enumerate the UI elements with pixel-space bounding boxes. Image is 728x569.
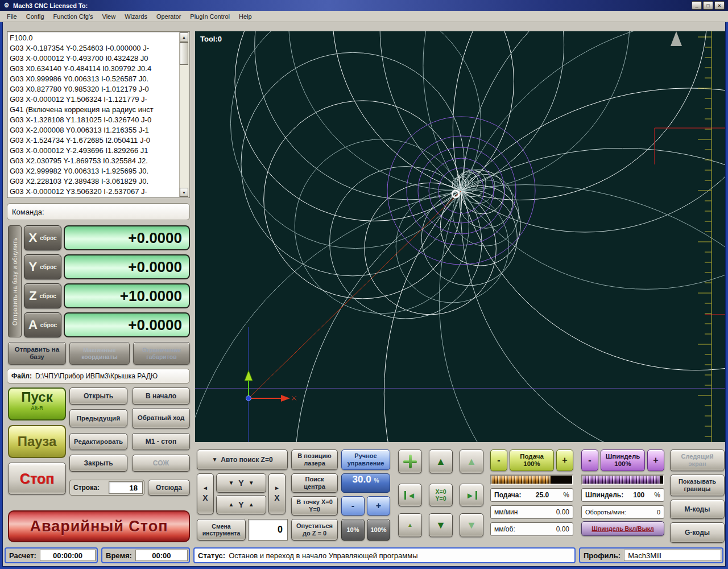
stop-button[interactable]: Стоп [8,463,66,494]
spindle-override-slider[interactable] [581,475,664,485]
cycle-start-button[interactable]: Пуск Alt-R [8,387,66,420]
limit-bar-icon [404,491,406,500]
jog-z-up-fast-button[interactable]: ▲ [429,450,453,473]
maximize-button[interactable]: □ [703,1,713,10]
feed-minus-button[interactable]: - [490,450,507,471]
gcode-listing[interactable]: F100.0G03 X-0.187354 Y-0.254603 I-0.0000… [7,31,190,198]
emergency-stop-button[interactable]: Аварийный Стоп [8,510,190,542]
gcode-line: G03 X0.827780 Y0.985320 I-1.012179 J-0 [10,84,187,94]
spindle-value: 100 [633,491,644,499]
soft-limits-button[interactable]: Ограничение габаритов [133,342,190,365]
run-from-here-button[interactable]: Отсюда [148,480,190,496]
xy-zero-line1: X=0 [436,488,446,495]
feed-plus-button[interactable]: + [556,450,573,471]
m1-stop-button[interactable]: M1 - стоп [132,433,190,450]
left-arrow-icon: ◄ [407,491,416,500]
toolpath-canvas [195,31,725,442]
axis-letter-a: A [28,318,38,332]
a-reset-button[interactable]: A сброс [24,312,61,337]
edit-gcode-button[interactable]: Редактировать [69,433,127,450]
gcode-line: G03 X-0.000012 Y-0.493700 I0.432428 J0 [10,53,187,64]
tool-change-button[interactable]: Смена инструмента [197,519,246,541]
title-bar[interactable]: ⚙ Mach3 CNC Licensed To: _ □ × [0,0,728,11]
jog-percent-minus-button[interactable]: - [341,496,365,516]
scroll-down-icon[interactable]: ▼ [180,188,188,197]
pause-button[interactable]: Пауза [8,425,66,458]
reverse-run-button[interactable]: Обратный ход [132,408,190,428]
status-label: Статус: [195,551,229,560]
menu-item[interactable]: File [2,12,22,21]
toolpath-display[interactable]: Tool:0 [195,31,725,442]
goto-xy-zero-button[interactable]: В точку X=0 Y=0 [291,496,338,516]
g-codes-button[interactable]: G-коды [670,522,725,543]
goto-laser-position-button[interactable]: В позицию лазера [291,450,338,470]
lower-to-z-zero-button[interactable]: Опуститься до Z = 0 [291,519,338,541]
goto-left-limit-button[interactable]: ◄ [398,484,422,506]
jog-z-down-button[interactable]: ▼ [460,513,483,537]
jog-x-minus-button[interactable]: ◄ X [197,473,214,514]
scroll-thumb[interactable] [180,42,188,65]
show-limits-button[interactable]: Показывать границы [670,475,725,496]
menu-item[interactable]: Function Cfg's [49,12,98,21]
follow-screen-button[interactable]: Следящий экран [670,450,725,471]
spindle-override-reset-button[interactable]: Шпиндель 100% [601,450,645,471]
mm-min-value: 0.00 [556,508,569,516]
goto-home-button[interactable]: Отправить на базу [8,342,66,365]
tool-number-display: 0 [248,519,288,541]
line-number-field[interactable]: 18 [109,481,143,494]
jog-100-percent-button[interactable]: 100% [367,519,390,541]
y-reset-button[interactable]: Y сброс [24,254,61,279]
goto-right-limit-button[interactable]: ► [460,484,483,506]
gcode-line: G03 X-2.000008 Y0.006313 I1.216355 J-1 [10,125,187,135]
gcode-scrollbar[interactable]: ▲ ▼ [179,32,189,197]
jog-percent-plus-button[interactable]: + [367,496,390,516]
menu-item[interactable]: Wizards [120,12,152,21]
z-reset-button[interactable]: Z сброс [24,283,61,308]
file-path-box: Файл: D:\ЧПУ\Прибор ИВПм3\Крышка РАДЮ [7,369,190,384]
feed-mm-min-readout: мм/мин 0.00 [490,505,573,519]
m-codes-button[interactable]: М-коды [670,500,725,519]
feed-override-reset-button[interactable]: Подача 100% [510,450,554,471]
gcode-line: G03 X2.228103 Y2.389438 I-3.061829 J0. [10,176,187,187]
menu-item[interactable]: Config [22,12,49,21]
close-gcode-button[interactable]: Закрыть [69,455,127,472]
step-mode-button[interactable]: ▲ [398,513,422,537]
menu-item[interactable]: View [98,12,121,21]
menu-item[interactable]: Help [234,12,257,21]
mdi-input[interactable]: Команда: [7,203,190,220]
xy-zero-button[interactable]: X=0 Y=0 [429,484,453,506]
coolant-button[interactable]: СОЖ [132,455,190,472]
jog-x-label: X [274,493,279,502]
scroll-up-icon[interactable]: ▲ [180,32,188,42]
x-reset-button[interactable]: X сброс [24,225,61,250]
manual-jog-mode-button[interactable]: Ручное управление [341,450,390,470]
prev-line-button[interactable]: Предыдущий [69,409,127,427]
machine-coords-button[interactable]: Машинные координаты [69,342,130,365]
minimize-button[interactable]: _ [692,1,702,10]
jog-z-down-fast-button[interactable]: ▼ [429,513,453,537]
menu-item[interactable]: Operator [152,12,185,21]
spindle-plus-button[interactable]: + [647,450,664,471]
jog-z-up-button[interactable]: ▲ [460,450,483,473]
jog-y-minus-button[interactable]: ▼ Y ▼ [216,473,266,493]
mm-min-label: мм/мин [494,508,518,516]
jog-10-percent-button[interactable]: 10% [341,519,365,541]
spindle-minus-button[interactable]: - [581,450,598,471]
auto-z-probe-button[interactable]: ▼ Авто поиск Z=0 [197,450,288,470]
axis-reset-label: сброс [40,322,57,328]
jog-x-plus-button[interactable]: ► X [268,473,286,514]
x-dro-value: +0.0000 [64,225,190,250]
menu-item[interactable]: PlugIn Control [185,12,234,21]
down-arrow-icon: ▼ [249,480,254,486]
rewind-button[interactable]: В начало [132,387,190,405]
open-file-button[interactable]: Открыть [69,387,127,405]
dro-side-label[interactable]: Отправить на базу и обнулить [8,225,22,337]
up-arrow-icon: ▲ [407,522,413,528]
spindle-toggle-button[interactable]: Шпиндель Вкл/Выкл [581,521,664,536]
feed-override-slider[interactable] [490,475,573,485]
status-text: Останов и переход в начало Управляющей п… [229,551,417,560]
find-center-button[interactable]: Поиск центра [291,473,338,493]
jog-y-plus-button[interactable]: ▲ Y ▲ [216,495,266,514]
close-button[interactable]: × [714,1,725,10]
jog-all-axes-button[interactable] [398,450,422,473]
